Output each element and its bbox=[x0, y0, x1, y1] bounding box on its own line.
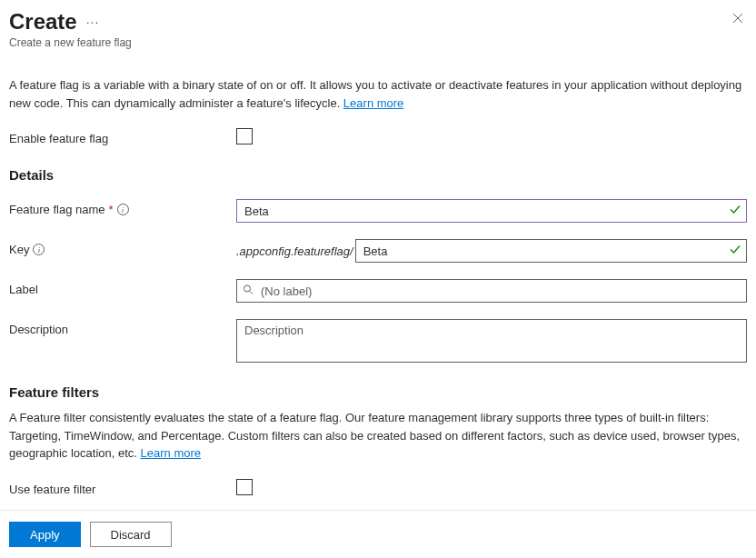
more-icon[interactable]: ··· bbox=[86, 15, 100, 29]
apply-button[interactable]: Apply bbox=[9, 522, 81, 547]
info-icon[interactable]: i bbox=[117, 204, 129, 215]
filters-body: A Feature filter consistently evaluates … bbox=[9, 411, 740, 460]
key-label: Key bbox=[9, 243, 29, 256]
enable-label: Enable feature flag bbox=[9, 128, 236, 145]
filters-learn-more-link[interactable]: Learn more bbox=[141, 446, 201, 460]
label-input[interactable] bbox=[236, 279, 747, 303]
intro-text: A feature flag is a variable with a bina… bbox=[9, 76, 747, 112]
filters-heading: Feature filters bbox=[9, 384, 747, 400]
use-filter-label: Use feature filter bbox=[9, 479, 236, 496]
details-heading: Details bbox=[9, 167, 747, 183]
use-filter-checkbox[interactable] bbox=[236, 479, 253, 495]
key-input[interactable] bbox=[355, 239, 747, 263]
required-asterisk: * bbox=[109, 203, 114, 216]
close-button[interactable] bbox=[729, 9, 747, 27]
key-prefix: .appconfig.featureflag/ bbox=[236, 244, 353, 258]
page-title: Create bbox=[9, 9, 77, 35]
info-icon[interactable]: i bbox=[33, 244, 45, 255]
learn-more-link[interactable]: Learn more bbox=[343, 96, 403, 110]
name-input[interactable] bbox=[236, 199, 747, 223]
description-textarea[interactable] bbox=[236, 319, 747, 363]
page-subtitle: Create a new feature flag bbox=[9, 36, 132, 49]
label-field-label: Label bbox=[9, 279, 236, 296]
description-label: Description bbox=[9, 319, 236, 336]
name-label: Feature flag name bbox=[9, 203, 105, 216]
discard-button[interactable]: Discard bbox=[90, 522, 172, 547]
filters-text: A Feature filter consistently evaluates … bbox=[9, 409, 747, 463]
enable-checkbox[interactable] bbox=[236, 128, 253, 144]
